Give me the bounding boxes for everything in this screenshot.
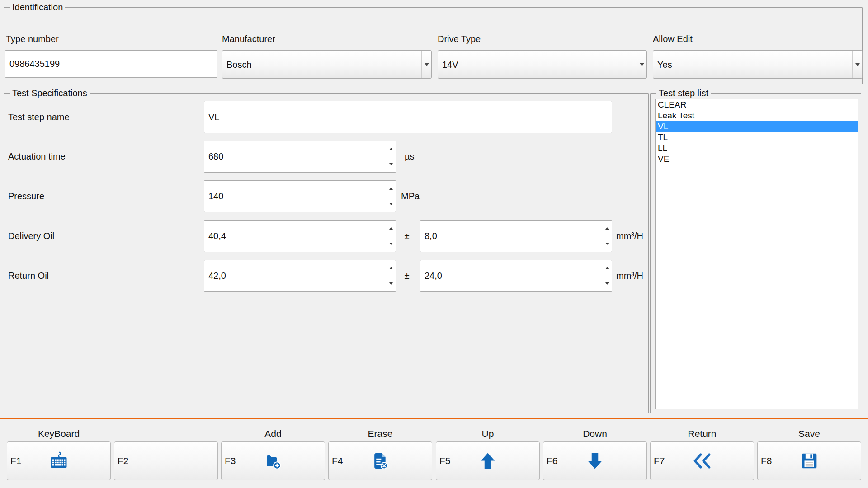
fkey-caption: F1: [10, 455, 22, 466]
triangle-up-icon: [605, 267, 609, 269]
list-item[interactable]: TL: [656, 132, 858, 143]
chevron-down-icon: [425, 63, 429, 66]
pressure-spinner: [204, 180, 396, 212]
fkey-caption: F2: [118, 455, 129, 466]
type-number-label: Type number: [6, 33, 59, 45]
down-button-label: Down: [543, 427, 647, 440]
spin-buttons: [386, 221, 396, 252]
triangle-down-icon: [605, 243, 609, 245]
erase-document-icon: [371, 451, 390, 470]
spin-down-button[interactable]: [602, 276, 612, 292]
return-oil-tolerance-input[interactable]: [420, 260, 601, 291]
fkey-caption: F7: [654, 455, 665, 466]
triangle-down-icon: [389, 203, 393, 205]
pressure-input[interactable]: [204, 181, 385, 212]
spin-up-button[interactable]: [602, 221, 612, 236]
drive-type-combo-button[interactable]: [637, 51, 646, 78]
return-oil-tolerance-spinner: [420, 260, 612, 292]
return-oil-value-input[interactable]: [204, 260, 385, 291]
test-step-listbox[interactable]: CLEARLeak TestVLTLLLVE: [655, 99, 858, 409]
delivery-oil-value-input[interactable]: [204, 221, 385, 252]
allow-edit-combo-button[interactable]: [852, 51, 862, 78]
fkey-caption: F8: [761, 455, 772, 466]
return-oil-value-spinner: [204, 260, 396, 292]
pressure-label: Pressure: [8, 190, 44, 202]
delivery-oil-unit: mm³/H: [616, 230, 643, 242]
triangle-up-icon: [389, 267, 393, 269]
spin-buttons: [602, 260, 612, 291]
spin-up-button[interactable]: [386, 181, 396, 197]
fkey-caption: F5: [439, 455, 451, 466]
fkey-caption: F3: [225, 455, 236, 466]
identification-group-title: Identification: [10, 2, 65, 13]
keyboard-icon: [49, 451, 68, 470]
orange-divider: [0, 418, 868, 419]
return-oil-plusminus: ±: [401, 270, 413, 282]
spin-down-button[interactable]: [386, 197, 396, 212]
f2-fkey-button[interactable]: F2: [114, 441, 218, 480]
delivery-oil-label: Delivery Oil: [8, 230, 54, 242]
return-oil-label: Return Oil: [8, 270, 49, 282]
up-fkey-button[interactable]: F5: [436, 441, 540, 480]
list-item[interactable]: Leak Test: [656, 110, 858, 121]
add-folder-icon: [264, 451, 283, 470]
keyboard-fkey-button[interactable]: F1: [7, 441, 111, 480]
chevron-down-icon: [855, 63, 860, 66]
allow-edit-combo-value: Yes: [657, 59, 672, 70]
spin-up-button[interactable]: [386, 141, 396, 157]
triangle-down-icon: [389, 163, 393, 165]
triangle-down-icon: [389, 282, 393, 285]
list-item[interactable]: CLEAR: [656, 99, 858, 110]
spin-up-button[interactable]: [386, 221, 396, 236]
return-oil-unit: mm³/H: [616, 270, 643, 282]
chevron-down-icon: [640, 63, 644, 66]
fkey-caption: F4: [332, 455, 343, 466]
list-item[interactable]: VL: [656, 121, 858, 132]
fkey-caption: F6: [547, 455, 558, 466]
delivery-oil-value-spinner: [204, 220, 396, 252]
spin-up-button[interactable]: [386, 260, 396, 276]
identification-group: Identification Type number Manufacturer …: [4, 7, 863, 84]
actuation-time-input[interactable]: [204, 141, 385, 172]
spin-buttons: [602, 221, 612, 252]
drive-type-label: Drive Type: [438, 33, 481, 45]
save-button-label: Save: [757, 427, 861, 440]
down-fkey-button[interactable]: F6: [543, 441, 647, 480]
allow-edit-combo[interactable]: Yes: [653, 50, 863, 79]
delivery-oil-tolerance-input[interactable]: [420, 221, 601, 252]
spin-down-button[interactable]: [386, 236, 396, 252]
list-item[interactable]: LL: [656, 143, 858, 154]
keyboard-button-label: KeyBoard: [7, 427, 111, 440]
triangle-down-icon: [605, 282, 609, 285]
test-step-name-input[interactable]: [204, 101, 612, 133]
triangle-down-icon: [389, 243, 393, 245]
test-step-list-group: Test step list CLEARLeak TestVLTLLLVE: [650, 93, 861, 413]
spin-down-button[interactable]: [386, 157, 396, 173]
triangle-up-icon: [389, 148, 393, 150]
test-specifications-group: Test Specifications Test step name Actua…: [4, 93, 649, 413]
actuation-time-label: Actuation time: [8, 150, 66, 162]
spin-buttons: [386, 141, 396, 172]
drive-type-combo-value: 14V: [442, 59, 458, 70]
erase-fkey-button[interactable]: F4: [328, 441, 432, 480]
drive-type-combo[interactable]: 14V: [438, 50, 647, 79]
actuation-time-spinner: [204, 141, 396, 173]
spin-down-button[interactable]: [602, 236, 612, 252]
spin-down-button[interactable]: [386, 276, 396, 292]
spin-buttons: [386, 260, 396, 291]
triangle-up-icon: [389, 188, 393, 190]
up-button-label: Up: [436, 427, 540, 440]
save-floppy-icon: [800, 451, 819, 470]
type-number-input[interactable]: [5, 50, 217, 78]
manufacturer-combo[interactable]: Bosch: [222, 50, 432, 79]
manufacturer-combo-button[interactable]: [421, 51, 431, 78]
list-item[interactable]: VE: [656, 154, 858, 164]
return-fkey-button[interactable]: F7: [650, 441, 754, 480]
app-window: Identification Type number Manufacturer …: [0, 0, 868, 488]
save-fkey-button[interactable]: F8: [757, 441, 861, 480]
delivery-oil-tolerance-spinner: [420, 220, 612, 252]
add-fkey-button[interactable]: F3: [221, 441, 325, 480]
spin-up-button[interactable]: [602, 260, 612, 276]
return-button-label: Return: [650, 427, 754, 440]
test-step-name-label: Test step name: [8, 111, 70, 123]
